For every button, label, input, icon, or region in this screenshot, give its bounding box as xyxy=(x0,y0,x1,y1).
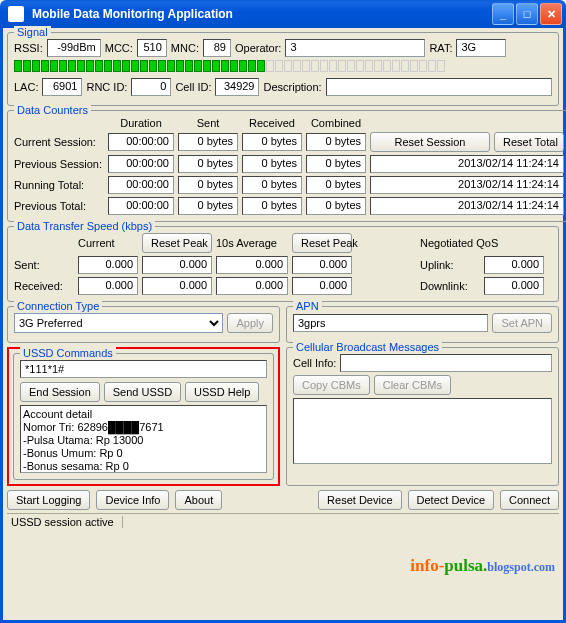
row-label: Running Total: xyxy=(14,179,104,191)
close-button[interactable]: ✕ xyxy=(540,3,562,25)
lac-field: 6901 xyxy=(42,78,82,96)
cellid-field: 34929 xyxy=(215,78,259,96)
status-text: USSD session active xyxy=(11,516,123,528)
connection-type-group: Connection Type 3G Preferred Apply xyxy=(7,306,280,343)
signal-group: Signal RSSI: -99dBm MCC: 510 MNC: 89 Ope… xyxy=(7,32,559,106)
sent-field: 0 bytes xyxy=(178,155,238,173)
ussd-group: USSD Commands End Session Send USSD USSD… xyxy=(13,353,274,480)
data-counters-group: Data Counters Duration Sent Received Com… xyxy=(7,110,566,222)
desc-label: Description: xyxy=(263,81,321,93)
reset-session-button[interactable]: Reset Session xyxy=(370,132,490,152)
cbm-legend: Cellular Broadcast Messages xyxy=(293,341,442,353)
nqos-header: Negotiated QoS xyxy=(420,237,544,249)
recv-val: 0.000 xyxy=(216,277,288,295)
set-apn-button[interactable]: Set APN xyxy=(492,313,552,333)
row-label: Previous Session: xyxy=(14,158,104,170)
reset-total-button[interactable]: Reset Total xyxy=(494,132,564,152)
maximize-button[interactable]: □ xyxy=(516,3,538,25)
recv-label: Received: xyxy=(14,280,74,292)
speed-legend: Data Transfer Speed (kbps) xyxy=(14,220,155,232)
rncid-label: RNC ID: xyxy=(86,81,127,93)
comb-field: 0 bytes xyxy=(306,176,366,194)
downlink-field: 0.000 xyxy=(484,277,544,295)
ussd-help-button[interactable]: USSD Help xyxy=(185,382,259,402)
mnc-label: MNC: xyxy=(171,42,199,54)
ts-field: 2013/02/14 11:24:14 xyxy=(370,155,564,173)
uplink-label: Uplink: xyxy=(420,259,480,271)
device-info-button[interactable]: Device Info xyxy=(96,490,169,510)
ts-field: 2013/02/14 11:24:14 xyxy=(370,176,564,194)
combined-header: Combined xyxy=(306,117,366,129)
window-title: Mobile Data Monitoring Application xyxy=(28,7,492,21)
downlink-label: Downlink: xyxy=(420,280,480,292)
cbm-text[interactable] xyxy=(293,398,552,464)
signal-strength-meter xyxy=(14,60,552,72)
duration-field: 00:00:00 xyxy=(108,133,174,151)
rat-field: 3G xyxy=(456,39,506,57)
row-label: Current Session: xyxy=(14,136,104,148)
connection-type-select[interactable]: 3G Preferred xyxy=(14,313,223,333)
cbm-group: Cellular Broadcast Messages Cell Info: C… xyxy=(286,347,559,486)
mnc-field: 89 xyxy=(203,39,231,57)
operator-field: 3 xyxy=(285,39,425,57)
detect-device-button[interactable]: Detect Device xyxy=(408,490,494,510)
signal-legend: Signal xyxy=(14,26,51,38)
reset-peak-button-1[interactable]: Reset Peak xyxy=(142,233,212,253)
connect-button[interactable]: Connect xyxy=(500,490,559,510)
comb-field: 0 bytes xyxy=(306,155,366,173)
uplink-field: 0.000 xyxy=(484,256,544,274)
watermark: info-pulsa.blogspot.com xyxy=(410,556,555,576)
apply-button[interactable]: Apply xyxy=(227,313,273,333)
conn-legend: Connection Type xyxy=(14,300,102,312)
comb-field: 0 bytes xyxy=(306,133,366,151)
sent-field: 0 bytes xyxy=(178,176,238,194)
ussd-legend: USSD Commands xyxy=(20,347,116,359)
recv-field: 0 bytes xyxy=(242,155,302,173)
sent-field: 0 bytes xyxy=(178,133,238,151)
ts-field: 2013/02/14 11:24:14 xyxy=(370,197,564,215)
reset-device-button[interactable]: Reset Device xyxy=(318,490,401,510)
recv-val: 0.000 xyxy=(142,277,212,295)
apn-group: APN Set APN xyxy=(286,306,559,343)
recv-field: 0 bytes xyxy=(242,176,302,194)
sent-label: Sent: xyxy=(14,259,74,271)
reset-peak-button-2[interactable]: Reset Peak xyxy=(292,233,352,253)
sent-val: 0.000 xyxy=(142,256,212,274)
start-logging-button[interactable]: Start Logging xyxy=(7,490,90,510)
received-header: Received xyxy=(242,117,302,129)
operator-label: Operator: xyxy=(235,42,281,54)
recv-val: 0.000 xyxy=(292,277,352,295)
recv-val: 0.000 xyxy=(78,277,138,295)
cellinfo-label: Cell Info: xyxy=(293,357,336,369)
desc-field xyxy=(326,78,552,96)
row-label: Previous Total: xyxy=(14,200,104,212)
cellinfo-field xyxy=(340,354,552,372)
clear-cbms-button[interactable]: Clear CBMs xyxy=(374,375,451,395)
end-session-button[interactable]: End Session xyxy=(20,382,100,402)
send-ussd-button[interactable]: Send USSD xyxy=(104,382,181,402)
sent-val: 0.000 xyxy=(216,256,288,274)
sent-header: Sent xyxy=(178,117,238,129)
counters-legend: Data Counters xyxy=(14,104,91,116)
duration-field: 00:00:00 xyxy=(108,197,174,215)
apn-input[interactable] xyxy=(293,314,488,332)
app-icon xyxy=(8,6,24,22)
ussd-result[interactable]: Account detailNomor Tri: 62896████7671-P… xyxy=(20,405,267,473)
cellid-label: Cell ID: xyxy=(175,81,211,93)
minimize-button[interactable]: _ xyxy=(492,3,514,25)
mcc-label: MCC: xyxy=(105,42,133,54)
mcc-field: 510 xyxy=(137,39,167,57)
copy-cbms-button[interactable]: Copy CBMs xyxy=(293,375,370,395)
sent-field: 0 bytes xyxy=(178,197,238,215)
about-button[interactable]: About xyxy=(175,490,222,510)
rssi-label: RSSI: xyxy=(14,42,43,54)
ussd-input[interactable] xyxy=(20,360,267,378)
comb-field: 0 bytes xyxy=(306,197,366,215)
duration-field: 00:00:00 xyxy=(108,155,174,173)
duration-header: Duration xyxy=(108,117,174,129)
duration-field: 00:00:00 xyxy=(108,176,174,194)
recv-field: 0 bytes xyxy=(242,197,302,215)
rssi-field: -99dBm xyxy=(47,39,101,57)
lac-label: LAC: xyxy=(14,81,38,93)
avg10s-header: 10s Average xyxy=(216,237,288,249)
